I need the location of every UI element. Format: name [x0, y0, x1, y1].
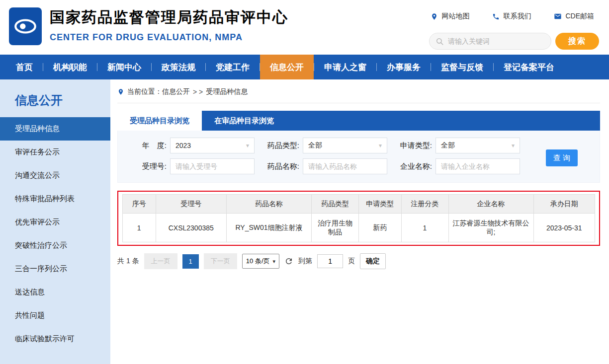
- drug-type-select[interactable]: 全部 ▾: [303, 138, 387, 153]
- sidebar-item-breakthrough-therapy[interactable]: 突破性治疗公示: [0, 234, 110, 257]
- apply-type-select[interactable]: 全部 ▾: [435, 138, 520, 153]
- current-page-button[interactable]: 1: [182, 254, 199, 269]
- col-header-company: 企业名称: [448, 195, 533, 214]
- confirm-button[interactable]: 确定: [360, 253, 386, 269]
- col-header-accept-no: 受理号: [156, 195, 227, 214]
- nav-item-policies[interactable]: 政策法规: [152, 55, 205, 79]
- col-header-seq: 序号: [123, 195, 156, 214]
- cell-company: 江苏睿源生物技术有限公司;: [448, 214, 533, 242]
- page-size-value: 10 条/页: [246, 257, 270, 266]
- accept-no-filter: 受理号:: [128, 158, 255, 174]
- site-subtitle: CENTER FOR DRUG EVALUATION, NMPA: [50, 32, 288, 43]
- goto-page-input[interactable]: [317, 254, 343, 268]
- query-button[interactable]: 查 询: [546, 149, 578, 166]
- sidebar-item-priority-review[interactable]: 优先审评公示: [0, 211, 110, 234]
- accept-no-label: 受理号:: [128, 162, 167, 171]
- nav-item-supervision-feedback[interactable]: 监督与反馈: [431, 55, 493, 79]
- drug-name-input[interactable]: [303, 158, 387, 174]
- cell-seq: 1: [123, 214, 156, 242]
- sidebar-item-accepted-varieties[interactable]: 受理品种信息: [0, 117, 110, 141]
- nav-item-registration-platform[interactable]: 登记备案平台: [494, 55, 564, 79]
- main-nav: 首页 机构职能 新闻中心 政策法规 党建工作 信息公开 申请人之窗 办事服务 监…: [0, 55, 609, 79]
- nav-item-party-building[interactable]: 党建工作: [206, 55, 260, 79]
- accept-no-input[interactable]: [170, 158, 255, 174]
- apply-type-select-value: 全部: [441, 141, 455, 150]
- header-quick-links: 网站地图 联系我们 CDE邮箱: [431, 12, 594, 21]
- nav-item-home[interactable]: 首页: [6, 55, 43, 79]
- prev-page-button[interactable]: 上一页: [144, 253, 177, 269]
- drug-name-label: 药品名称:: [261, 162, 299, 171]
- goto-unit: 页: [348, 257, 355, 266]
- chevron-down-icon: ▾: [246, 142, 249, 149]
- sidebar-item-common-issues[interactable]: 共性问题: [0, 304, 110, 327]
- results-table: 序号 受理号 药品名称 药品类型 申请类型 注册分类 企业名称 承办日期 1: [122, 194, 595, 242]
- table-header-row: 序号 受理号 药品名称 药品类型 申请类型 注册分类 企业名称 承办日期: [123, 195, 595, 214]
- breadcrumb-separator: > >: [193, 88, 203, 96]
- eye-logo-icon: [13, 14, 38, 39]
- company-filter: 企业名称:: [393, 158, 520, 174]
- chevron-down-icon: ▾: [273, 259, 276, 264]
- cell-drug-name: RY_SW01细胞注射液: [227, 214, 312, 242]
- drug-type-select-value: 全部: [308, 141, 322, 150]
- apply-type-label: 申请类型:: [393, 141, 432, 150]
- next-page-button[interactable]: 下一页: [204, 253, 237, 269]
- total-count: 共 1 条: [117, 257, 139, 266]
- nav-item-info-disclosure[interactable]: 信息公开: [260, 55, 314, 79]
- cde-logo[interactable]: [9, 7, 42, 45]
- sidebar-item-special-approval-list[interactable]: 特殊审批品种列表: [0, 187, 110, 211]
- cde-mail-link-label: CDE邮箱: [565, 12, 594, 21]
- tab-accepted-catalog[interactable]: 受理品种目录浏览: [117, 111, 202, 131]
- sitemap-link[interactable]: 网站地图: [431, 12, 469, 21]
- sitemap-link-label: 网站地图: [441, 12, 469, 21]
- header-search: 搜索: [429, 33, 599, 50]
- contact-us-link-label: 联系我们: [503, 12, 531, 21]
- refresh-icon[interactable]: [284, 257, 293, 266]
- nav-item-functions[interactable]: 机构职能: [43, 55, 97, 79]
- cell-reg-class: 1: [401, 214, 448, 242]
- year-filter: 年 度: 2023 ▾: [128, 138, 255, 153]
- drug-name-filter: 药品名称:: [261, 158, 387, 174]
- envelope-icon: [554, 12, 562, 20]
- chevron-down-icon: ▾: [512, 142, 515, 149]
- cde-website-page: 国家药品监督管理局药品审评中心 CENTER FOR DRUG EVALUATI…: [0, 0, 609, 364]
- search-button[interactable]: 搜索: [555, 33, 599, 50]
- col-header-reg-class: 注册分类: [401, 195, 448, 214]
- site-header: 国家药品监督管理局药品审评中心 CENTER FOR DRUG EVALUATI…: [0, 0, 609, 55]
- tab-under-review-catalog[interactable]: 在审品种目录浏览: [202, 111, 286, 131]
- sidebar-item-clinical-trial-license[interactable]: 临床试验默示许可: [0, 327, 110, 351]
- content-area: 信息公开 受理品种信息 审评任务公示 沟通交流公示 特殊审批品种列表 优先审评公…: [0, 79, 609, 364]
- year-label: 年 度:: [128, 141, 167, 150]
- sidebar-item-delivery-info[interactable]: 送达信息: [0, 281, 110, 304]
- search-icon: [435, 37, 444, 46]
- site-title: 国家药品监督管理局药品审评中心: [50, 7, 288, 28]
- nav-item-news[interactable]: 新闻中心: [97, 55, 151, 79]
- cde-mail-link[interactable]: CDE邮箱: [554, 12, 594, 21]
- results-table-highlight: 序号 受理号 药品名称 药品类型 申请类型 注册分类 企业名称 承办日期 1: [117, 191, 600, 246]
- cell-date: 2023-05-31: [533, 214, 595, 242]
- goto-label: 到第: [298, 257, 312, 266]
- breadcrumb-location[interactable]: 当前位置：信息公开: [127, 87, 190, 96]
- col-header-apply-type: 申请类型: [359, 195, 402, 214]
- company-input[interactable]: [435, 158, 520, 174]
- nav-item-applicant-window[interactable]: 申请人之窗: [314, 55, 376, 79]
- sidebar: 信息公开 受理品种信息 审评任务公示 沟通交流公示 特殊审批品种列表 优先审评公…: [0, 79, 110, 364]
- sidebar-item-communication[interactable]: 沟通交流公示: [0, 164, 110, 187]
- page-size-select[interactable]: 10 条/页 ▾: [242, 254, 279, 269]
- phone-icon: [492, 13, 500, 20]
- nav-item-services[interactable]: 办事服务: [377, 55, 431, 79]
- cell-accept-no: CXSL2300385: [156, 214, 227, 242]
- tab-bar: 受理品种目录浏览 在审品种目录浏览: [117, 111, 600, 131]
- sidebar-title: 信息公开: [0, 79, 110, 117]
- filter-panel: 年 度: 2023 ▾ 药品类型: 全部 ▾ 申: [117, 131, 600, 183]
- apply-type-filter: 申请类型: 全部 ▾: [393, 138, 520, 153]
- year-select[interactable]: 2023 ▾: [170, 138, 255, 153]
- cell-apply-type: 新药: [359, 214, 402, 242]
- main-content: 当前位置：信息公开 > > 受理品种信息 受理品种目录浏览 在审品种目录浏览 年…: [110, 79, 609, 364]
- table-row[interactable]: 1 CXSL2300385 RY_SW01细胞注射液 治疗用生物制品 新药 1 …: [123, 214, 595, 242]
- drug-type-filter: 药品类型: 全部 ▾: [261, 138, 387, 153]
- search-input[interactable]: [448, 37, 538, 45]
- sidebar-item-review-tasks[interactable]: 审评任务公示: [0, 141, 110, 164]
- contact-us-link[interactable]: 联系我们: [492, 12, 531, 21]
- sidebar-item-three-in-one[interactable]: 三合一序列公示: [0, 257, 110, 281]
- breadcrumb: 当前位置：信息公开 > > 受理品种信息: [117, 87, 600, 103]
